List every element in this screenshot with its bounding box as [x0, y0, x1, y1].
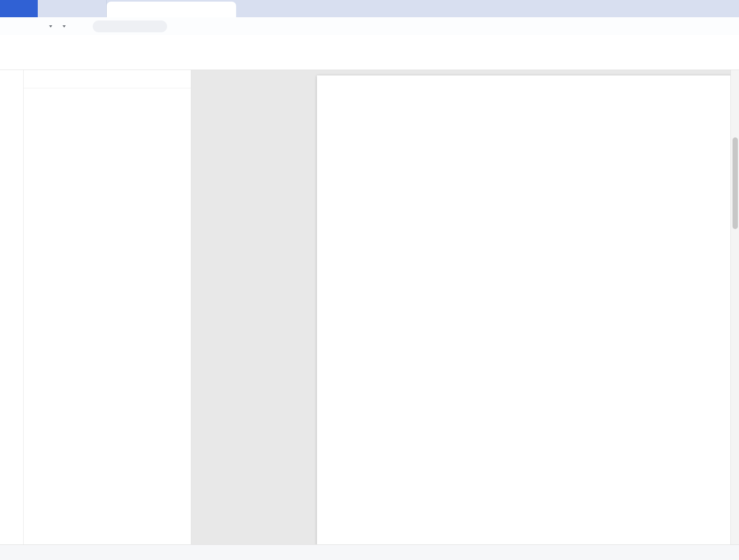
- toc-list: [24, 88, 191, 544]
- undo-button[interactable]: [46, 25, 52, 27]
- chevron-down-icon: [63, 25, 66, 27]
- command-search[interactable]: [93, 20, 167, 32]
- vertical-scrollbar[interactable]: [730, 70, 739, 544]
- file-menu-button[interactable]: [0, 17, 19, 35]
- document-tab[interactable]: [107, 2, 236, 17]
- new-tab-button[interactable]: [236, 0, 254, 17]
- side-icon-strip: [0, 70, 24, 544]
- toc-toolbar: [24, 82, 191, 88]
- status-bar: [0, 544, 739, 560]
- page[interactable]: [317, 75, 739, 544]
- document-area: [191, 70, 739, 544]
- window-tab-bar: [0, 0, 739, 17]
- chevron-down-icon: [49, 25, 52, 27]
- toc-panel: [24, 70, 191, 544]
- docer-tab[interactable]: [38, 0, 107, 17]
- quick-access-toolbar: [19, 25, 71, 27]
- redo-button[interactable]: [59, 25, 66, 27]
- ribbon: [0, 35, 739, 70]
- menu-bar: [0, 17, 739, 35]
- home-tab[interactable]: [0, 0, 38, 17]
- scrollbar-thumb[interactable]: [733, 137, 738, 229]
- main-area: [0, 70, 739, 544]
